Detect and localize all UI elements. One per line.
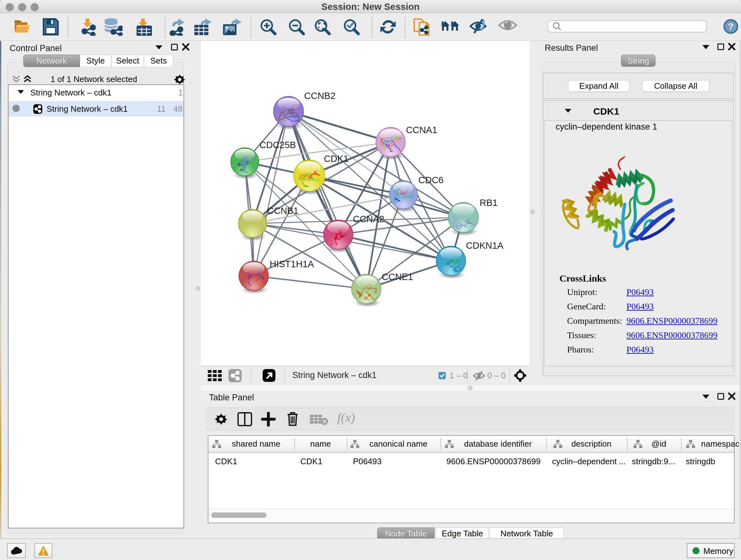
svg-text:HIST1H1A: HIST1H1A: [270, 259, 314, 269]
svg-text:RB1: RB1: [480, 198, 497, 208]
svg-text:CDKN1A: CDKN1A: [466, 240, 503, 251]
svg-text:CCNA1: CCNA1: [406, 125, 437, 135]
svg-text:CDC25B: CDC25B: [259, 140, 296, 150]
svg-text:CDC6: CDC6: [418, 175, 444, 185]
svg-text:CCNA2: CCNA2: [353, 214, 384, 224]
svg-text:CCNB2: CCNB2: [304, 91, 335, 101]
svg-text:CCNE1: CCNE1: [382, 272, 413, 282]
svg-text:?: ?: [728, 21, 734, 32]
svg-text:CDK1: CDK1: [324, 153, 348, 164]
svg-text:CCNB1: CCNB1: [267, 206, 298, 216]
